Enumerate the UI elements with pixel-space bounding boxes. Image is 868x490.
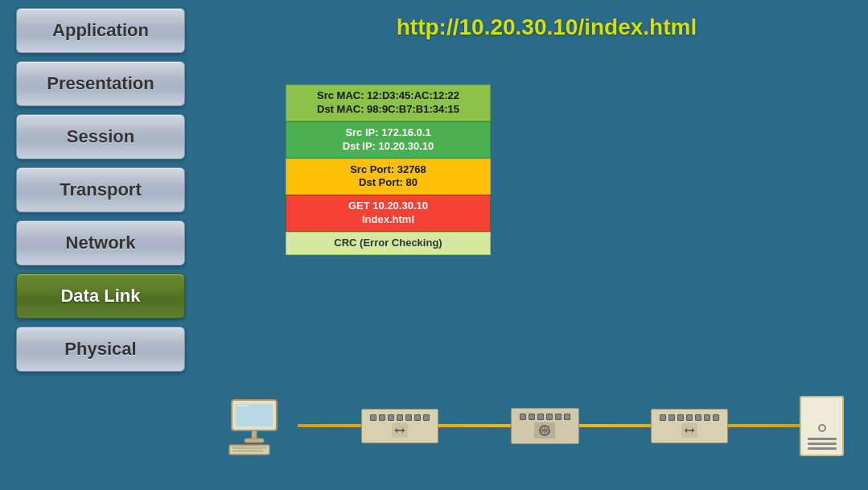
sidebar-item-physical[interactable]: Physical bbox=[16, 327, 185, 372]
router-symbol bbox=[534, 422, 555, 439]
switch-symbol-2 bbox=[681, 423, 697, 438]
port-layer: Src Port: 32768 Dst Port: 80 bbox=[286, 159, 491, 196]
router bbox=[511, 408, 579, 444]
network-row bbox=[217, 393, 852, 458]
url-display: http://10.20.30.10/index.html bbox=[241, 14, 852, 40]
svg-rect-4 bbox=[245, 439, 264, 443]
switch-2 bbox=[651, 409, 728, 443]
sidebar: Application Presentation Session Transpo… bbox=[16, 8, 185, 372]
http-layer: GET 10.20.30.10 Index.html bbox=[286, 195, 491, 232]
sidebar-item-application[interactable]: Application bbox=[16, 8, 185, 53]
switch-1 bbox=[361, 409, 438, 443]
sidebar-item-datalink[interactable]: Data Link bbox=[16, 274, 185, 319]
svg-rect-7 bbox=[232, 450, 263, 452]
svg-rect-6 bbox=[232, 447, 267, 449]
sidebar-item-network[interactable]: Network bbox=[16, 220, 185, 266]
svg-rect-1 bbox=[236, 404, 273, 426]
mac-layer: Src MAC: 12:D3:45:AC:12:22 Dst MAC: 98:9… bbox=[286, 84, 491, 121]
ip-layer: Src IP: 172.16.0.1 Dst IP: 10.20.30.10 bbox=[286, 121, 491, 159]
server bbox=[800, 396, 844, 456]
computer-icon bbox=[225, 393, 290, 458]
sidebar-item-transport[interactable]: Transport bbox=[16, 167, 185, 212]
network-diagram bbox=[217, 377, 852, 474]
sidebar-item-session[interactable]: Session bbox=[16, 114, 185, 159]
sidebar-item-presentation[interactable]: Presentation bbox=[16, 61, 185, 106]
svg-rect-3 bbox=[252, 430, 257, 439]
switch-symbol bbox=[392, 423, 408, 438]
crc-layer: CRC (Error Checking) bbox=[286, 232, 491, 255]
source-computer bbox=[225, 393, 290, 458]
packet-diagram: Src MAC: 12:D3:45:AC:12:22 Dst MAC: 98:9… bbox=[286, 84, 491, 255]
